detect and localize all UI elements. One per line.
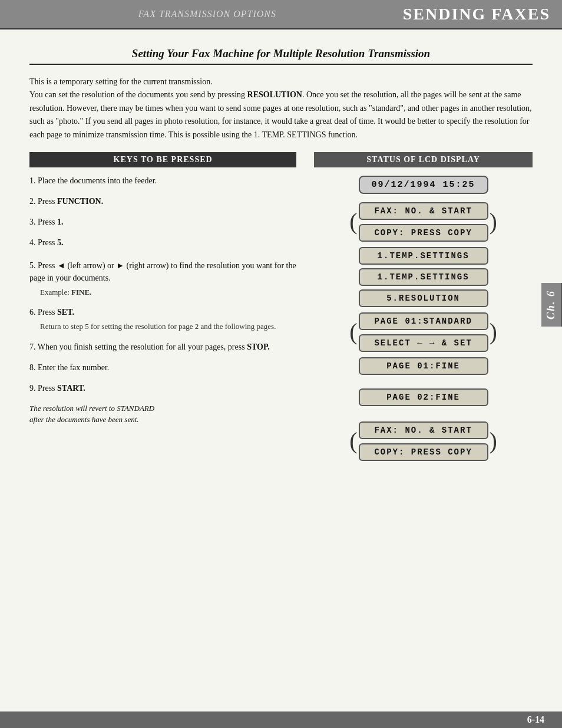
left-column-header: KEYS TO BE PRESSED <box>29 152 296 167</box>
main-content: Setting Your Fax Machine for Multiple Re… <box>0 29 562 482</box>
left-column: KEYS TO BE PRESSED 1. Place the document… <box>29 152 296 426</box>
step-7-prefix: 7. When you finish setting the resolutio… <box>29 342 247 351</box>
bracket-left-2: ( <box>349 320 357 344</box>
lcd-group3-bracket: ( FAX: NO. & START COPY: PRESS COPY ) <box>314 420 533 462</box>
page-footer: 6-14 <box>0 711 562 728</box>
right-column-header: STATUS OF LCD DISPLAY <box>314 152 533 167</box>
header-subtitle: FAX TRANSMISSION OPTIONS <box>12 9 403 19</box>
step-6-prefix: 6. Press <box>29 308 57 317</box>
note-line1: The resolution will revert to STANDARD <box>29 404 154 413</box>
step-3: 3. Press 1. <box>29 216 296 228</box>
step-8-text: 8. Enter the fax number. <box>29 363 109 372</box>
lcd-resolution: 5.RESOLUTION <box>359 289 488 307</box>
two-column-layout: KEYS TO BE PRESSED 1. Place the document… <box>29 152 533 465</box>
lcd-fax-start-1: FAX: NO. & START <box>359 202 488 220</box>
step-2-bold: FUNCTION. <box>57 197 103 206</box>
step-1-text: Place the documents into the feeder. <box>38 176 157 185</box>
step-6-bold: SET. <box>57 308 74 317</box>
bracket-left-1: ( <box>349 210 357 233</box>
lcd-group1-boxes: FAX: NO. & START COPY: PRESS COPY <box>359 201 488 243</box>
step-4-bold: 5. <box>57 238 64 247</box>
bracket-right-2: ) <box>490 320 497 344</box>
bracket-right-1: ) <box>490 210 497 233</box>
lcd-copy-press-2: COPY: PRESS COPY <box>359 443 488 461</box>
note-line2: after the documents have been sent. <box>29 415 139 424</box>
bracket-left-3: ( <box>349 429 357 453</box>
intro-paragraph: This is a temporary setting for the curr… <box>29 75 533 141</box>
section-title: Setting Your Fax Machine for Multiple Re… <box>29 47 533 65</box>
intro-line1: This is a temporary setting for the curr… <box>29 77 213 86</box>
step-1: 1. Place the documents into the feeder. <box>29 174 296 187</box>
step-5-left-arrow: ◄ <box>57 261 65 270</box>
step-6: 6. Press SET. Return to step 5 for setti… <box>29 306 296 332</box>
step-2-prefix: Press <box>38 197 57 206</box>
step-2-number: 2. <box>29 197 38 206</box>
step-7-bold: STOP. <box>247 342 270 351</box>
step-5: 5. Press ◄ (left arrow) or ► (right arro… <box>29 259 296 298</box>
right-column: STATUS OF LCD DISPLAY 09/12/1994 15:25 (… <box>314 152 533 465</box>
step-4: 4. Press 5. <box>29 236 296 249</box>
step-5-sub: Example: FINE. <box>40 286 296 298</box>
lcd-page02-fine: PAGE 02:FINE <box>359 388 488 406</box>
step-9-bold: START. <box>57 384 85 393</box>
page-header: FAX TRANSMISSION OPTIONS SENDING FAXES <box>0 0 562 29</box>
lcd-group1-bracket: ( FAX: NO. & START COPY: PRESS COPY ) <box>314 201 533 243</box>
step-7: 7. When you finish setting the resolutio… <box>29 341 296 353</box>
step-4-prefix: 4. Press <box>29 238 57 247</box>
step-3-bold: 1. <box>57 218 64 226</box>
bracket-right-3: ) <box>490 429 497 453</box>
chapter-tab: Ch. 6 <box>541 283 562 327</box>
lcd-fax-start-2: FAX: NO. & START <box>359 421 488 439</box>
lcd-group3-boxes: FAX: NO. & START COPY: PRESS COPY <box>359 420 488 462</box>
lcd-page01-standard: PAGE 01:STANDARD <box>359 312 488 330</box>
steps-list: 1. Place the documents into the feeder. … <box>29 174 296 394</box>
step-1-number: 1. <box>29 176 36 185</box>
step-9: 9. Press START. <box>29 382 296 394</box>
step-5-prefix: 5. Press <box>29 261 57 270</box>
lcd-temp1: 1.TEMP.SETTINGS <box>359 247 488 265</box>
lcd-temp2: 1.TEMP.SETTINGS <box>359 268 488 286</box>
step-8: 8. Enter the fax number. <box>29 361 296 374</box>
lcd-datetime: 09/12/1994 15:25 <box>359 176 488 194</box>
intro-line2: You can set the resolution of the docume… <box>29 90 532 139</box>
header-title: SENDING FAXES <box>403 5 550 24</box>
lcd-select-set: SELECT ← → & SET <box>359 334 488 352</box>
step-2: 2. Press FUNCTION. <box>29 195 296 207</box>
note-text: The resolution will revert to STANDARD a… <box>29 403 296 426</box>
step-5-text: (left arrow) or <box>65 261 116 270</box>
step-9-prefix: 9. Press <box>29 384 57 393</box>
lcd-group2-bracket: ( PAGE 01:STANDARD SELECT ← → & SET ) <box>314 311 533 353</box>
step-3-prefix: 3. Press <box>29 218 57 226</box>
lcd-group2-boxes: PAGE 01:STANDARD SELECT ← → & SET <box>359 311 488 353</box>
step-5-right-arrow: ► <box>116 261 124 270</box>
page-number: 6-14 <box>527 714 544 725</box>
step-6-sub: Return to step 5 for setting the resolut… <box>40 321 296 332</box>
lcd-copy-press-1: COPY: PRESS COPY <box>359 224 488 242</box>
lcd-page01-fine: PAGE 01:FINE <box>359 357 488 375</box>
